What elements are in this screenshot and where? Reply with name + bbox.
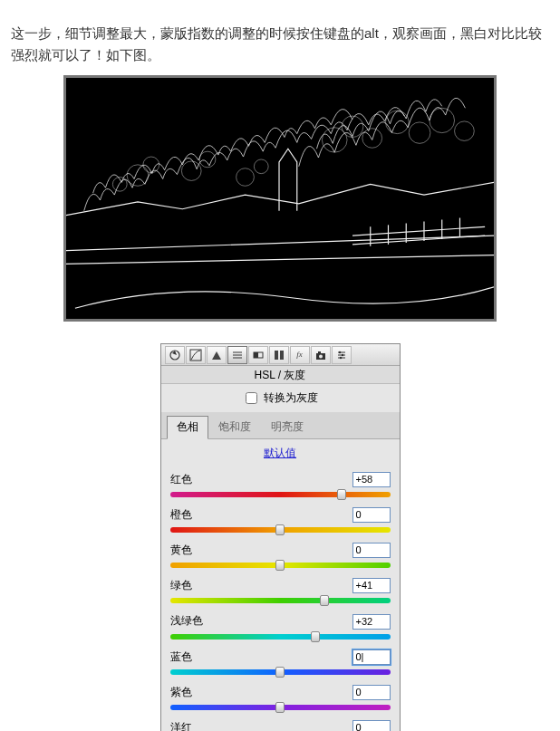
convert-grayscale-label[interactable]: 转换为灰度: [242, 391, 317, 404]
edge-detection-image: [63, 75, 497, 322]
slider-value-green[interactable]: +41: [352, 578, 391, 593]
slider-row-green: 绿色+41: [170, 577, 391, 603]
slider-thumb-blue[interactable]: [275, 667, 285, 678]
slider-row-yellow: 黄色0: [170, 542, 391, 568]
slider-value-red[interactable]: +58: [352, 472, 391, 487]
svg-point-35: [319, 354, 323, 358]
svg-point-42: [339, 356, 341, 358]
panel-title: HSL / 灰度: [161, 366, 400, 384]
svg-point-41: [341, 353, 343, 355]
hsl-icon[interactable]: [227, 346, 247, 364]
slider-row-orange: 橙色0: [170, 506, 391, 533]
slider-thumb-red[interactable]: [337, 489, 346, 500]
slider-track-blue[interactable]: [170, 669, 391, 675]
hsl-tabs: 色相 饱和度 明亮度: [161, 412, 400, 438]
panel-toolbar: fx: [161, 344, 400, 366]
svg-point-40: [338, 351, 340, 352]
slider-value-magenta[interactable]: 0: [352, 720, 391, 731]
fx-icon[interactable]: fx: [290, 346, 310, 364]
presets-icon[interactable]: [332, 346, 352, 364]
slider-value-blue[interactable]: 0|: [352, 649, 391, 665]
slider-track-purple[interactable]: [170, 705, 391, 710]
slider-row-aqua: 浅绿色+32: [170, 612, 391, 639]
svg-rect-32: [275, 351, 278, 360]
slider-label-orange: 橙色: [170, 506, 192, 524]
intro-text: 这一步，细节调整最大，蒙版指数的调整的时候按住键盘的alt，观察画面，黑白对比比…: [11, 23, 549, 66]
hsl-panel: fx HSL / 灰度 转换为灰度 色相 饱和度 明亮度 默认值 红色+58橙色…: [160, 343, 401, 731]
slider-value-purple[interactable]: 0: [352, 685, 391, 700]
slider-row-red: 红色+58: [170, 471, 391, 497]
slider-row-magenta: 洋红0: [170, 719, 391, 731]
slider-track-orange[interactable]: [170, 527, 391, 533]
svg-rect-0: [66, 78, 494, 319]
slider-thumb-green[interactable]: [320, 595, 329, 606]
tab-hue[interactable]: 色相: [167, 416, 208, 438]
slider-label-blue: 蓝色: [170, 649, 192, 666]
sliders-container: 红色+58橙色0黄色0绿色+41浅绿色+32蓝色0|紫色0洋红0: [161, 471, 400, 731]
slider-row-purple: 紫色0: [170, 684, 391, 710]
slider-track-yellow[interactable]: [170, 563, 391, 568]
detail-icon[interactable]: [207, 346, 227, 364]
tab-saturation[interactable]: 饱和度: [208, 416, 261, 438]
slider-label-red: 红色: [170, 471, 192, 488]
slider-label-purple: 紫色: [170, 684, 192, 701]
slider-value-aqua[interactable]: +32: [352, 614, 391, 630]
default-values-link[interactable]: 默认值: [264, 447, 296, 459]
slider-value-yellow[interactable]: 0: [352, 543, 391, 558]
split-tone-icon[interactable]: [248, 346, 268, 364]
slider-row-blue: 蓝色0|: [170, 649, 391, 675]
slider-thumb-aqua[interactable]: [311, 631, 320, 642]
camera-icon[interactable]: [311, 346, 331, 364]
slider-track-aqua[interactable]: [170, 634, 391, 640]
slider-label-aqua: 浅绿色: [170, 612, 203, 630]
slider-thumb-orange[interactable]: [275, 524, 285, 535]
slider-label-green: 绿色: [170, 577, 192, 594]
slider-value-orange[interactable]: 0: [352, 507, 391, 523]
lens-icon[interactable]: [269, 346, 289, 364]
aperture-icon[interactable]: [165, 346, 185, 364]
slider-thumb-purple[interactable]: [275, 702, 285, 713]
svg-rect-31: [254, 352, 258, 358]
slider-track-green[interactable]: [170, 598, 391, 603]
slider-thumb-yellow[interactable]: [275, 560, 285, 571]
tone-curve-icon[interactable]: [186, 346, 206, 364]
convert-grayscale-checkbox[interactable]: [246, 392, 257, 404]
svg-rect-36: [318, 351, 321, 353]
slider-track-red[interactable]: [170, 492, 391, 497]
svg-rect-33: [280, 351, 284, 360]
tab-luminance[interactable]: 明亮度: [261, 416, 314, 438]
slider-label-magenta: 洋红: [170, 719, 192, 731]
slider-label-yellow: 黄色: [170, 542, 192, 559]
